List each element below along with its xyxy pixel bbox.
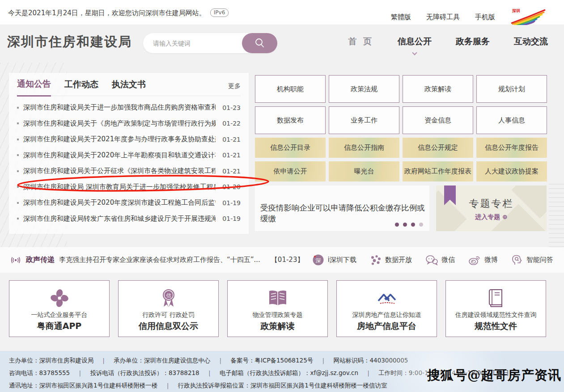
quicklink-policy-interpretation[interactable]: 政策解读 xyxy=(403,75,473,103)
carousel-dot[interactable] xyxy=(411,223,415,227)
bullet-icon xyxy=(17,154,19,156)
medal-glyph: 信 xyxy=(166,293,171,299)
news-link[interactable]: 深圳市住房和建设局 深圳市教育局关于进一步加强学校装修工程质... xyxy=(23,183,216,191)
nav-interaction[interactable]: 互动交流 xyxy=(514,36,548,47)
medal-icon: 信 xyxy=(160,288,178,308)
quicklink-npc-cppcc-proposals[interactable]: 人大建议政协提案 xyxy=(476,161,547,181)
quicklink-website-annual-report[interactable]: 政府网站工作年度报表 xyxy=(403,161,473,181)
carousel-dot[interactable] xyxy=(419,223,423,227)
nav-gov-services[interactable]: 政务服务 xyxy=(456,36,490,47)
tool-weibo[interactable]: 微博 xyxy=(468,254,498,266)
quicklink-exposure-platform[interactable]: 曝光台 xyxy=(329,161,399,181)
news-date: 01-22 xyxy=(222,120,241,127)
broadcast-icon xyxy=(10,256,21,265)
top-links: 繁體版 无障碍工具 手机版 深圳 xyxy=(391,8,546,26)
plus-circle-icon: ⊕ xyxy=(502,213,508,220)
bullet-icon xyxy=(17,186,19,188)
search-button[interactable] xyxy=(242,33,277,53)
footer-icp-number: 备案号：粤ICP备15068125号 xyxy=(230,357,313,365)
news-link[interactable]: 深圳市住房和建设局关于2020年上半年勘察项目和轨道交通设计项... xyxy=(23,151,216,160)
svg-text:深: 深 xyxy=(315,257,321,264)
card-policy-interpretation[interactable]: 物业管理政策专题 政策解读 xyxy=(227,280,328,337)
ishenzhen-icon: 深 xyxy=(312,254,324,266)
search-icon xyxy=(254,38,266,49)
card-yueshangtong-app[interactable]: 一站式企业服务平台 粤商通APP xyxy=(9,280,110,337)
link-traditional-chinese[interactable]: 繁體版 xyxy=(391,13,411,21)
book-icon xyxy=(487,288,505,308)
quicklink-policies[interactable]: 政策法规 xyxy=(329,75,399,103)
nav-info-disclosure[interactable]: 信息公开 xyxy=(398,36,432,46)
news-link[interactable]: 深圳市住房和建设局关于公开征求《深圳市各类物业建筑安装工程... xyxy=(23,167,216,175)
news-row: 深圳市住房和建设局关于《房地产政策制定与市场管理行政行为规...01-22 xyxy=(17,116,241,132)
voice-label: 政声传递 xyxy=(26,255,55,265)
news-link[interactable]: 深圳市住房和建设局关于2021年度参与办理行政事务及协助查处建... xyxy=(23,135,216,143)
card-normative-documents[interactable]: 住房建设领域规范性文件查询 规范性文件 xyxy=(445,280,546,337)
card-title: 政策解读 xyxy=(228,320,327,332)
quicklink-annual-report[interactable]: 信息公开年度报告 xyxy=(476,138,547,158)
tool-wechat[interactable]: 微信 xyxy=(425,255,455,266)
quicklink-data-release[interactable]: 数据发布 xyxy=(255,106,326,134)
voice-headline[interactable]: 李克强主持召开专家企业家座谈会征求对政府工作报告、“十四五”... xyxy=(59,256,260,264)
footer-consult-phone: 咨询电话：83785555 xyxy=(9,369,70,377)
news-row: 深圳市住房和建设局关于公开征求《深圳市各类物业建筑安装工程...01-21 xyxy=(17,163,241,179)
news-date: 01-21 xyxy=(222,152,241,159)
quicklink-org-functions[interactable]: 机构职能 xyxy=(255,75,326,103)
bullet-icon xyxy=(17,139,19,140)
news-link[interactable]: 深圳市住房和建设局关于《房地产政策制定与市场管理行政行为规... xyxy=(23,119,216,128)
page-root: 今天是2021年1月24日，星期日，欢迎您访问深圳市住建局网站。IPv6 繁體版… xyxy=(0,0,564,392)
news-link[interactable]: 深圳市住房和建设局关于2020年度深圳市建设工程施工合同后监管... xyxy=(23,198,216,207)
news-date: 01-19 xyxy=(222,199,241,207)
carousel-banner[interactable]: 受疫情影响企业可以申请降低公积金缴存比例或缓缴 xyxy=(255,185,429,231)
search-input[interactable] xyxy=(143,33,244,53)
tool-ishenzhen-download[interactable]: 深 i深圳下载 xyxy=(312,254,356,266)
card-subtitle: 深圳房地产信息让你知道 xyxy=(337,311,437,319)
sohu-watermark: 搜狐号@超哥房产资讯 xyxy=(427,367,561,384)
welcome-text: 今天是2021年1月24日，星期日，欢迎您访问深圳市住建局网站。IPv6 xyxy=(8,8,229,17)
card-title: 粤商通APP xyxy=(9,320,109,332)
news-link[interactable]: 深圳市住房和建设局转发广东省住房和城乡建设厅关于开展违规海... xyxy=(23,215,216,223)
link-mobile-version[interactable]: 手机版 xyxy=(475,13,495,21)
voice-strip: 政声传递 李克强主持召开专家企业家座谈会征求对政府工作报告、“十四五”... 【… xyxy=(0,247,564,273)
site-header: 深圳市住房和建设局 首 页 信息公开 政务服务 互动交流 xyxy=(0,25,564,63)
enter-topics-link[interactable]: 进入专题 ⊕ xyxy=(436,213,547,221)
tool-open-data[interactable]: 数据开放 xyxy=(370,254,412,266)
news-row: 深圳市住房和建设局 深圳市教育局关于进一步加强学校装修工程质...01-20 xyxy=(17,179,241,195)
quicklink-disclosure-rules[interactable]: 信息公开规定 xyxy=(403,138,473,158)
quicklink-funds-info[interactable]: 资金信息 xyxy=(403,106,473,134)
carousel-dot[interactable] xyxy=(395,223,399,227)
open-book-icon xyxy=(267,289,288,307)
quicklink-planning[interactable]: 规划计划 xyxy=(476,75,547,103)
bullet-icon xyxy=(17,170,19,172)
card-title: 规范性文件 xyxy=(446,320,546,332)
quicklink-disclosure-guide[interactable]: 信息公开指南 xyxy=(329,138,399,158)
news-date: 01-20 xyxy=(222,183,241,190)
tab-work-dynamics[interactable]: 工作动态 xyxy=(64,79,98,96)
tab-notices[interactable]: 通知公告 xyxy=(17,78,51,97)
news-row: 深圳市住房和建设局转发广东省住房和城乡建设厅关于开展违规海...01-19 xyxy=(17,211,241,227)
carousel-dot[interactable] xyxy=(403,223,407,227)
tab-enforcement-docs[interactable]: 执法文书 xyxy=(112,79,146,96)
tool-smart-qa[interactable]: 智能问答 xyxy=(511,254,553,266)
nav-home[interactable]: 首 页 xyxy=(348,36,373,47)
quicklink-business-work[interactable]: 业务工作 xyxy=(329,106,399,134)
news-row: 深圳市住房和建设局关于2020年度深圳市建设工程施工合同后监管...01-19 xyxy=(17,195,241,211)
card-credit-disclosure[interactable]: 信 行政许可 行政处罚 信用信息双公示 xyxy=(118,280,219,337)
quicklink-disclosure-catalog[interactable]: 信息公开目录 xyxy=(255,138,326,158)
site-title: 深圳市住房和建设局 xyxy=(7,33,132,51)
quicklink-disclosure-on-request[interactable]: 依申请公开 xyxy=(255,161,326,181)
news-date: 01-19 xyxy=(222,215,241,222)
card-real-estate-platform[interactable]: 深圳房地产信息让你知道 房地产信息平台 xyxy=(336,280,437,337)
link-accessibility[interactable]: 无障碍工具 xyxy=(426,13,460,21)
special-topics-box[interactable]: 专题专栏 进入专题 ⊕ xyxy=(436,185,547,231)
footer-address: 通讯地址：深圳市福田区振兴路1号住建科研楼附楼一楼 xyxy=(9,382,158,390)
top-bar: 今天是2021年1月24日，星期日，欢迎您访问深圳市住建局网站。IPv6 繁體版… xyxy=(0,0,564,25)
news-row: 深圳市住房和建设局关于进一步加强我市商品住房购房资格审查和...01-23 xyxy=(17,100,241,116)
quicklink-personnel-info[interactable]: 人事信息 xyxy=(476,106,547,134)
card-title: 房地产信息平台 xyxy=(337,320,437,332)
wechat-icon xyxy=(425,255,438,266)
footer-site-id: 网站标识码：4403000005 xyxy=(333,357,408,365)
chevron-down-icon xyxy=(412,50,417,55)
banner-text: 受疫情影响企业可以申请降低公积金缴存比例或缓缴 xyxy=(260,202,429,224)
more-link[interactable]: 更多 xyxy=(228,82,241,90)
news-link[interactable]: 深圳市住房和建设局关于进一步加强我市商品住房购房资格审查和... xyxy=(23,103,216,112)
